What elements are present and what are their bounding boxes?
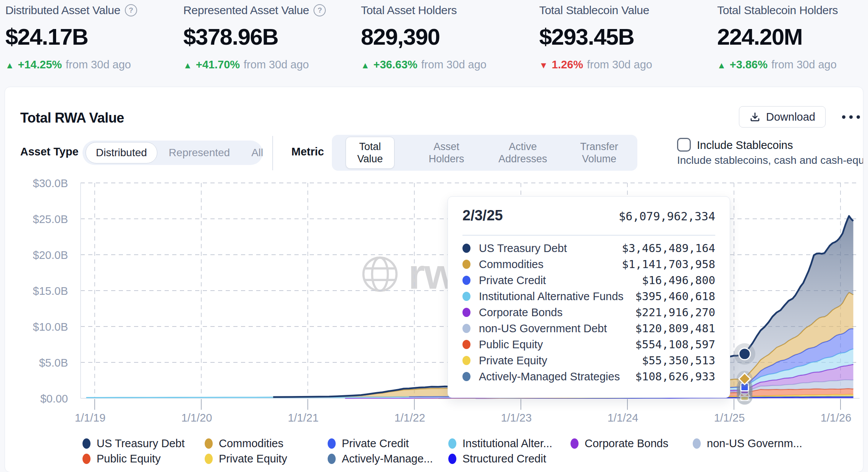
- y-axis-tick: $30.0B: [5, 177, 68, 190]
- tab-active-addresses[interactable]: Active Addresses: [485, 135, 561, 171]
- stat-value: 829,390: [361, 24, 487, 50]
- download-button[interactable]: Download: [739, 106, 826, 128]
- legend-item-institutional-alternative-funds[interactable]: Institutional Alter...: [448, 436, 552, 451]
- legend-item-private-credit[interactable]: Private Credit: [328, 436, 409, 451]
- series-dot: [82, 438, 91, 449]
- stat-label: Total Asset Holders: [361, 4, 457, 17]
- stat-total-stablecoin-value: Total Stablecoin Value $293.45B ▼ 1.26% …: [539, 2, 652, 71]
- tooltip-row: Institutional Alternative Funds $395,460…: [462, 288, 715, 304]
- x-axis-tick: 1/1/26: [809, 412, 863, 424]
- stat-label: Distributed Asset Value: [5, 4, 120, 17]
- stat-represented-asset-value: Represented Asset Value ? $378.96B ▲ +41…: [183, 2, 326, 71]
- stat-label: Total Stablecoin Holders: [717, 4, 838, 17]
- chart-tooltip: 2/3/25 $6,079,962,334 US Treasury Debt $…: [448, 196, 730, 398]
- trend-arrow-icon: ▲: [5, 60, 14, 71]
- x-axis-tick: 1/1/25: [703, 412, 756, 424]
- stat-value: $293.45B: [539, 24, 652, 50]
- tooltip-row: Actively-Managed Strategies $108,626,933: [462, 369, 715, 385]
- tab-total-value[interactable]: Total Value: [332, 135, 408, 171]
- download-icon: [749, 111, 761, 123]
- series-dot: [462, 356, 470, 365]
- series-dot: [462, 244, 470, 253]
- help-icon[interactable]: ?: [314, 4, 326, 16]
- stat-change: +3.86%: [730, 58, 768, 71]
- tooltip-row: Private Equity $55,350,513: [462, 352, 715, 369]
- legend-item-corporate-bonds[interactable]: Corporate Bonds: [571, 436, 668, 451]
- y-axis-tick: $15.0B: [5, 285, 68, 297]
- stat-total-stablecoin-holders: Total Stablecoin Holders 224.20M ▲ +3.86…: [717, 2, 838, 71]
- stat-period: from 30d ago: [587, 58, 652, 71]
- trend-arrow-icon: ▲: [717, 60, 726, 71]
- stats-row: Distributed Asset Value ? $24.17B ▲ +14.…: [0, 0, 868, 76]
- total-rwa-card: Total RWA Value Download Asset Type Dist…: [5, 87, 863, 472]
- series-dot: [328, 454, 336, 464]
- series-dot: [462, 308, 470, 317]
- legend-item-public-equity[interactable]: Public Equity: [82, 451, 161, 466]
- filter-divider: [272, 136, 273, 170]
- series-dot: [462, 292, 470, 301]
- include-stablecoins-label: Include Stablecoins: [697, 139, 793, 152]
- download-button-label: Download: [766, 111, 815, 123]
- legend-item-actively-managed-strategies[interactable]: Actively-Manage...: [328, 451, 433, 466]
- series-dot: [462, 260, 470, 269]
- x-axis-tick: 1/1/22: [383, 412, 436, 424]
- series-dot: [328, 438, 336, 449]
- series-dot: [82, 454, 91, 464]
- series-dot: [448, 438, 456, 449]
- trend-arrow-icon: ▼: [539, 60, 548, 71]
- y-axis-tick: $25.0B: [5, 213, 68, 226]
- tab-asset-holders[interactable]: Asset Holders: [408, 135, 485, 171]
- legend-item-private-equity[interactable]: Private Equity: [205, 451, 287, 466]
- asset-type-option-all[interactable]: All: [241, 142, 273, 163]
- series-dot: [693, 438, 701, 449]
- include-stablecoins-description: Include stablecoins, cash and cash-equiv…: [677, 154, 863, 166]
- series-dot: [462, 276, 470, 285]
- tooltip-row: Private Credit $16,496,800: [462, 272, 715, 288]
- series-dot: [462, 372, 470, 381]
- tooltip-row: Corporate Bonds $221,916,270: [462, 304, 715, 320]
- stat-change: 1.26%: [552, 58, 583, 71]
- series-dot: [571, 438, 579, 449]
- stat-change: +36.63%: [373, 58, 417, 71]
- stat-total-asset-holders: Total Asset Holders 829,390 ▲ +36.63% fr…: [361, 2, 487, 71]
- legend-item-structured-credit[interactable]: Structured Credit: [448, 451, 546, 466]
- stat-period: from 30d ago: [244, 58, 309, 71]
- help-icon[interactable]: ?: [125, 4, 137, 16]
- asset-type-option-distributed[interactable]: Distributed: [86, 142, 157, 163]
- tooltip-row: US Treasury Debt $3,465,489,164: [462, 240, 715, 256]
- asset-type-label: Asset Type: [20, 145, 79, 158]
- ellipsis-icon: [842, 115, 845, 119]
- series-dot: [462, 340, 470, 349]
- y-axis-tick: $5.0B: [5, 357, 68, 369]
- series-dot: [448, 454, 456, 464]
- x-axis-tick: 1/1/20: [170, 412, 223, 424]
- asset-type-segmented-control: Distributed Represented All: [82, 141, 263, 165]
- include-stablecoins-checkbox[interactable]: [677, 138, 691, 152]
- stat-value: 224.20M: [717, 24, 838, 50]
- metric-tabs: Total Value Asset Holders Active Address…: [332, 135, 637, 171]
- stat-change: +41.70%: [196, 58, 240, 71]
- stat-period: from 30d ago: [66, 58, 131, 71]
- series-dot: [205, 454, 213, 464]
- metric-label: Metric: [291, 145, 324, 158]
- asset-type-option-represented[interactable]: Represented: [159, 142, 240, 163]
- more-options-button[interactable]: [837, 108, 863, 125]
- trend-arrow-icon: ▲: [361, 60, 370, 71]
- y-axis-tick: $0.00: [5, 393, 68, 405]
- rwa-dashboard: Distributed Asset Value ? $24.17B ▲ +14.…: [0, 0, 868, 472]
- page-title: Total RWA Value: [20, 110, 124, 126]
- series-dot: [462, 324, 470, 333]
- y-axis-tick: $10.0B: [5, 321, 68, 333]
- legend-item-non-us-government-debt[interactable]: non-US Governm...: [693, 436, 802, 451]
- tooltip-divider: [462, 235, 715, 236]
- series-dot: [205, 438, 213, 449]
- legend-item-commodities[interactable]: Commodities: [205, 436, 283, 451]
- tooltip-row: Public Equity $554,108,597: [462, 336, 715, 352]
- trend-arrow-icon: ▲: [183, 60, 192, 71]
- stat-period: from 30d ago: [421, 58, 487, 71]
- x-axis-tick: 1/1/21: [276, 412, 330, 424]
- tooltip-row: non-US Government Debt $120,809,481: [462, 320, 715, 336]
- tab-transfer-volume[interactable]: Transfer Volume: [561, 135, 637, 171]
- stat-value: $378.96B: [183, 24, 326, 50]
- legend-item-us-treasury-debt[interactable]: US Treasury Debt: [82, 436, 184, 451]
